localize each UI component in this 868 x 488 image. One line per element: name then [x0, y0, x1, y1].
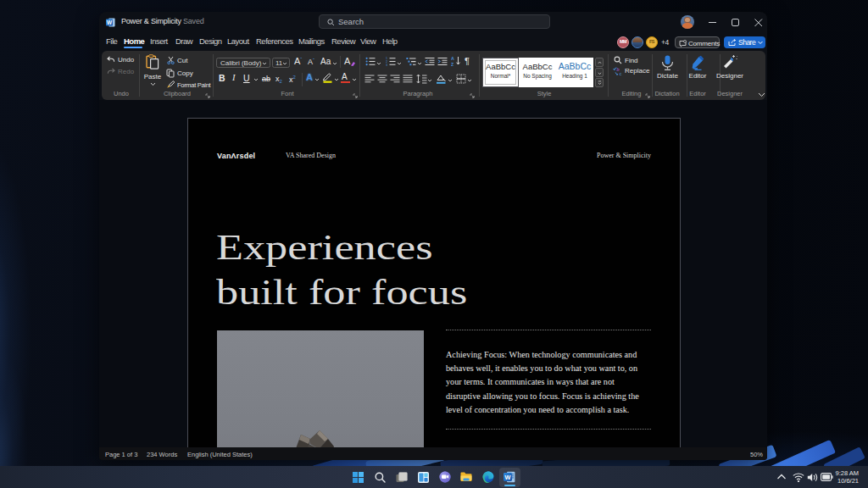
svg-text:W: W	[505, 474, 511, 481]
svg-text:3: 3	[386, 64, 387, 66]
svg-text:A: A	[451, 56, 454, 61]
svg-text:W: W	[107, 19, 113, 25]
svg-text:c: c	[620, 70, 622, 75]
svg-text:Z: Z	[451, 62, 454, 67]
